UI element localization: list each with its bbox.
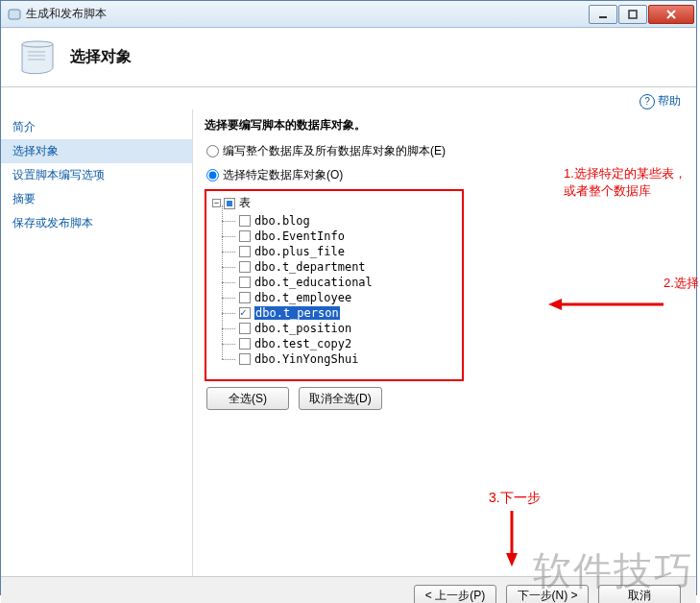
arrow-icon-1: [548, 297, 664, 312]
tree-root-checkbox[interactable]: [224, 198, 235, 209]
sidebar-item-save-publish[interactable]: 保存或发布脚本: [1, 211, 192, 235]
window-title: 生成和发布脚本: [26, 6, 588, 22]
tree-item-label: dbo.t_person: [254, 306, 340, 320]
tree-item-label: dbo.t_position: [254, 322, 351, 335]
next-button[interactable]: 下一步(N) >: [506, 585, 589, 604]
tree-item[interactable]: dbo.test_copy2: [239, 336, 456, 351]
radio-specific-label[interactable]: 选择特定数据库对象(O): [223, 167, 343, 183]
titlebar[interactable]: 生成和发布脚本: [1, 1, 696, 28]
tree-item-checkbox[interactable]: [239, 246, 251, 257]
tree-item-checkbox[interactable]: [239, 323, 251, 334]
deselect-all-button[interactable]: 取消全选(D): [299, 387, 382, 410]
tree-item-label: dbo.EventInfo: [254, 229, 345, 243]
select-all-button[interactable]: 全选(S): [206, 387, 289, 410]
tree-item-label: dbo.blog: [254, 214, 310, 228]
sidebar-item-intro[interactable]: 简介: [1, 115, 192, 139]
svg-rect-0: [9, 10, 20, 19]
sidebar-item-summary[interactable]: 摘要: [1, 187, 192, 211]
tree-item[interactable]: dbo.YinYongShui: [239, 351, 456, 367]
tree-item[interactable]: dbo.t_department: [239, 259, 456, 275]
header-section: 选择对象: [1, 28, 696, 87]
tree-item-label: dbo.plus_file: [254, 245, 345, 258]
sidebar: 简介 选择对象 设置脚本编写选项 摘要 保存或发布脚本: [1, 109, 193, 576]
tree-item-label: dbo.YinYongShui: [254, 352, 358, 366]
annotation-3: 3.下一步: [489, 490, 541, 507]
script-icon: [16, 36, 59, 79]
maximize-button[interactable]: [618, 5, 647, 24]
app-icon: [7, 7, 22, 22]
help-link[interactable]: 帮助: [640, 94, 681, 108]
radio-all[interactable]: [206, 145, 219, 157]
tree-item[interactable]: dbo.t_employee: [239, 290, 456, 305]
object-tree[interactable]: − 表 dbo.blogdbo.EventInfodbo.plus_filedb…: [205, 189, 464, 381]
tree-item[interactable]: dbo.t_person: [239, 305, 456, 321]
collapse-icon[interactable]: −: [212, 199, 221, 207]
sidebar-item-select-objects[interactable]: 选择对象: [1, 139, 192, 163]
wizard-window: 生成和发布脚本 选择对象 帮助 简介 选择对象 设置脚本编写选项 摘要 保存或发…: [0, 0, 697, 595]
cancel-button[interactable]: 取消: [598, 585, 681, 604]
close-button[interactable]: [648, 5, 694, 24]
radio-specific[interactable]: [206, 169, 219, 181]
window-controls: [588, 5, 694, 24]
tree-item-checkbox[interactable]: [239, 338, 251, 350]
tree-item-checkbox[interactable]: [239, 261, 251, 273]
arrow-icon-3: [504, 511, 519, 567]
svg-marker-9: [548, 299, 562, 310]
tree-item-checkbox[interactable]: [239, 215, 251, 227]
tree-item-checkbox[interactable]: [239, 230, 251, 242]
instruction-text: 选择要编写脚本的数据库对象。: [205, 117, 685, 133]
annotation-1: 1.选择特定的某些表，或者整个数据库: [564, 165, 696, 200]
tree-item-checkbox[interactable]: [239, 353, 251, 365]
tree-item-checkbox[interactable]: [239, 277, 251, 288]
tree-item[interactable]: dbo.blog: [239, 213, 456, 229]
body: 简介 选择对象 设置脚本编写选项 摘要 保存或发布脚本 选择要编写脚本的数据库对…: [1, 109, 696, 576]
tree-root[interactable]: − 表: [212, 195, 456, 211]
svg-marker-11: [506, 553, 518, 567]
minimize-button[interactable]: [589, 5, 617, 24]
tree-item[interactable]: dbo.plus_file: [239, 244, 456, 259]
content-area: 选择要编写脚本的数据库对象。 编写整个数据库及所有数据库对象的脚本(E) 选择特…: [193, 109, 696, 576]
sidebar-item-options[interactable]: 设置脚本编写选项: [1, 163, 192, 187]
svg-rect-2: [629, 11, 637, 18]
tree-root-label: 表: [239, 195, 251, 211]
radio-all-row: 编写整个数据库及所有数据库对象的脚本(E): [206, 143, 685, 159]
tree-item-label: dbo.test_copy2: [254, 337, 351, 350]
tree-item[interactable]: dbo.t_position: [239, 321, 456, 336]
tree-item-label: dbo.t_employee: [254, 291, 351, 304]
tree-item[interactable]: dbo.t_educational: [239, 275, 456, 290]
tree-item-label: dbo.t_department: [254, 260, 366, 274]
page-title: 选择对象: [70, 47, 132, 67]
tree-item-checkbox[interactable]: [239, 292, 251, 303]
tree-item[interactable]: dbo.EventInfo: [239, 229, 456, 244]
tree-item-checkbox[interactable]: [239, 307, 251, 319]
annotation-2: 2.选择需要导出结构和数据的表: [664, 275, 700, 292]
tree-item-label: dbo.t_educational: [254, 276, 373, 289]
help-row: 帮助: [1, 87, 696, 109]
selection-buttons: 全选(S) 取消全选(D): [205, 387, 685, 410]
footer: < 上一步(P) 下一步(N) > 取消: [1, 576, 696, 603]
prev-button[interactable]: < 上一步(P): [414, 585, 496, 604]
radio-all-label[interactable]: 编写整个数据库及所有数据库对象的脚本(E): [223, 143, 446, 159]
